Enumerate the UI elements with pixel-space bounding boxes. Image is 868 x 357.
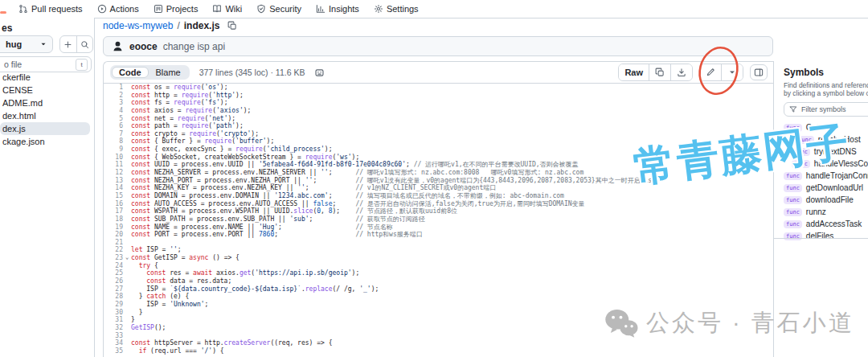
nav-item-pull-requests[interactable]: Pull requests [11, 4, 90, 14]
code-line: 29 ISP = 'Unknown'; [104, 301, 774, 309]
commit-author[interactable]: eooce [129, 41, 158, 52]
symbol-item[interactable]: func tryNextDNS [784, 146, 868, 158]
symbol-item[interactable]: func handleVlessConnection [784, 158, 868, 170]
line-number[interactable]: 7 [104, 130, 123, 138]
code-blame-switch: Code Blame [110, 65, 190, 80]
line-number[interactable]: 16 [104, 200, 123, 208]
code-text: const NAME = process.env.NAME || 'Hug'; … [131, 224, 774, 232]
copy-file-button[interactable] [649, 64, 670, 80]
line-number[interactable]: 25 [104, 269, 123, 277]
code-text: const WSPATH = process.env.WSPATH || UUI… [131, 207, 774, 215]
line-number[interactable]: 29 [104, 301, 123, 309]
nav-item-insights[interactable]: Insights [309, 4, 366, 14]
line-number[interactable]: 17 [104, 207, 123, 215]
raw-button[interactable]: Raw [619, 64, 649, 80]
line-number[interactable]: 5 [104, 115, 123, 123]
symbol-item[interactable]: func GetISP [784, 121, 868, 133]
code-text: const os = require('os'); [131, 84, 774, 92]
line-number[interactable]: 31 [104, 316, 123, 324]
file-tree-item[interactable]: ckerfile [0, 71, 90, 84]
filter-symbols-input[interactable]: Filter symbols [784, 102, 868, 117]
line-number[interactable]: 23 [104, 254, 123, 262]
line-number[interactable]: 30 [104, 309, 123, 317]
fold-spacer [123, 107, 131, 115]
line-number[interactable]: 18 [104, 215, 123, 224]
symbol-item[interactable]: func handleTrojanConnection [784, 170, 868, 182]
line-number[interactable]: 3 [104, 99, 123, 107]
file-tree-item[interactable]: ckage.json [0, 135, 90, 148]
nav-item-settings[interactable]: Settings [366, 4, 426, 14]
nav-item-wiki[interactable]: Wiki [205, 4, 249, 14]
line-number[interactable]: 15 [104, 192, 123, 200]
symbol-item[interactable]: func downloadFile [784, 194, 868, 206]
fold-spacer [123, 207, 131, 215]
branch-selector[interactable]: hug [0, 35, 53, 53]
line-number[interactable]: 9 [104, 146, 123, 154]
repo-nav: Pull requests Actions Projects Wiki Secu… [0, 0, 868, 18]
chevron-down-icon[interactable]: ⌄ [784, 136, 792, 143]
line-number[interactable]: 24 [104, 262, 123, 270]
line-number[interactable]: 33 [104, 332, 123, 340]
symbol-item[interactable]: ⌄ func resolveHost [784, 133, 868, 146]
line-number[interactable]: 27 [104, 285, 123, 293]
line-number[interactable]: 10 [104, 154, 123, 162]
line-number[interactable]: 28 [104, 293, 123, 301]
commit-message[interactable]: change isp api [163, 41, 225, 52]
line-number[interactable]: 32 [104, 324, 123, 332]
fold-spacer [123, 161, 131, 169]
line-number[interactable]: 4 [104, 107, 123, 115]
code-line: 1 const os = require('os'); [104, 84, 774, 92]
line-number[interactable]: 6 [104, 122, 123, 130]
download-button[interactable] [670, 64, 692, 80]
edit-file-button[interactable] [700, 64, 721, 80]
code-line: 17 const WSPATH = process.env.WSPATH || … [104, 207, 774, 215]
file-tree-item[interactable]: dex.js [0, 122, 90, 135]
line-number[interactable]: 34 [104, 339, 123, 347]
new-file-button[interactable] [60, 36, 76, 52]
nav-items: Pull requests Actions Projects Wiki Secu… [11, 4, 426, 14]
symbols-panel-toggle[interactable] [750, 64, 768, 80]
code-text: const UUID = process.env.UUID || '5efabe… [131, 161, 774, 169]
line-number[interactable]: 19 [104, 224, 123, 232]
line-number[interactable]: 26 [104, 277, 123, 285]
go-to-file-input[interactable]: o file t [0, 56, 92, 72]
file-toolbar: Raw [618, 64, 768, 81]
symbol-item[interactable]: func addAccessTask [784, 218, 868, 230]
tab-code-view[interactable]: Code [112, 67, 149, 78]
edit-dropdown-button[interactable] [721, 64, 743, 80]
file-tree-item[interactable]: CENSE [0, 84, 90, 96]
latest-commit-bar[interactable]: eooce change isp api [103, 36, 773, 56]
copy-path-icon[interactable] [227, 21, 237, 31]
symbols-panel: Symbols Find definitions and references … [773, 61, 868, 357]
code-line: 7 const crypto = require('crypto'); [104, 130, 774, 138]
tree-actions [59, 35, 93, 53]
line-number[interactable]: 35 [104, 347, 123, 355]
file-tree-item[interactable]: ADME.md [0, 96, 90, 109]
line-number[interactable]: 1 [104, 84, 123, 92]
nav-item-actions[interactable]: Actions [90, 4, 146, 14]
breadcrumb-repo-link[interactable]: node-ws-myweb [103, 20, 173, 31]
file-badge-icon[interactable] [314, 68, 325, 78]
search-tree-button[interactable] [76, 36, 93, 52]
line-number[interactable]: 2 [104, 92, 123, 100]
fold-chevron-icon[interactable]: ⌄ [123, 254, 131, 262]
tab-code-active-underline[interactable] [0, 11, 6, 14]
line-number[interactable]: 20 [104, 231, 123, 239]
line-number[interactable]: 21 [104, 239, 123, 247]
line-number[interactable]: 11 [104, 161, 123, 169]
line-number[interactable]: 14 [104, 184, 123, 192]
nav-item-projects[interactable]: Projects [146, 4, 206, 14]
code-text: const httpServer = http.createServer((re… [131, 339, 774, 347]
tab-blame-view[interactable]: Blame [149, 67, 188, 78]
symbol-item[interactable]: func getDownloadUrl [784, 182, 868, 194]
file-tree-item[interactable]: dex.html [0, 109, 90, 122]
line-number[interactable]: 12 [104, 169, 123, 177]
symbol-item[interactable]: func runnz [784, 206, 868, 218]
nav-item-security[interactable]: Security [249, 4, 309, 14]
symbol-name: getDownloadUrl [806, 183, 863, 192]
line-number[interactable]: 13 [104, 177, 123, 185]
code-line: 9 const { exec, execSync } = require('ch… [104, 146, 774, 154]
symbol-item[interactable]: func delFiles [784, 230, 868, 242]
line-number[interactable]: 8 [104, 137, 123, 146]
line-number[interactable]: 22 [104, 246, 123, 254]
